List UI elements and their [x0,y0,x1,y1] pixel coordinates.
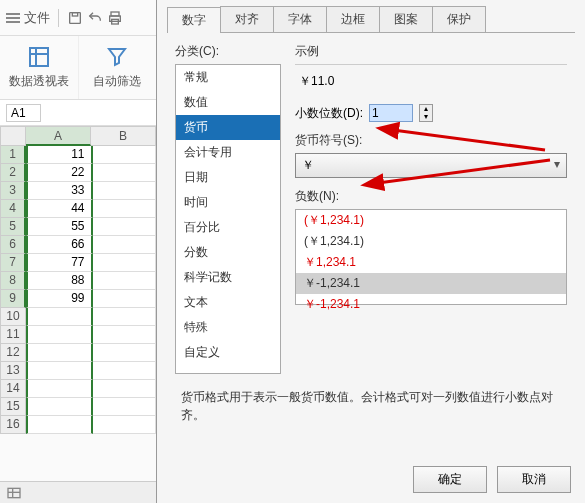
cell[interactable] [93,326,157,344]
category-item[interactable]: 百分比 [176,215,280,240]
dialog-tab[interactable]: 对齐 [220,6,274,32]
cell[interactable] [26,362,93,380]
symbol-select[interactable]: ￥ [295,153,567,178]
ok-button[interactable]: 确定 [413,466,487,493]
name-box[interactable]: A1 [6,104,41,122]
category-item[interactable]: 科学记数 [176,265,280,290]
row-header[interactable]: 9 [0,290,26,308]
category-item[interactable]: 会计专用 [176,140,280,165]
cell[interactable] [93,398,157,416]
cell[interactable] [93,200,157,218]
negative-item[interactable]: (￥1,234.1) [296,231,566,252]
svg-rect-1 [72,12,77,15]
cell[interactable] [93,272,157,290]
row-header[interactable]: 13 [0,362,26,380]
category-item[interactable]: 货币 [176,115,280,140]
cell[interactable] [93,362,157,380]
cell[interactable] [93,290,157,308]
negative-item[interactable]: ￥-1,234.1 [296,273,566,294]
cell[interactable] [93,308,157,326]
row-header[interactable]: 7 [0,254,26,272]
row-header[interactable]: 11 [0,326,26,344]
column-header-a[interactable]: A [26,126,91,146]
dialog-tab[interactable]: 边框 [326,6,380,32]
category-item[interactable]: 常规 [176,65,280,90]
cell[interactable] [93,254,157,272]
hamburger-icon[interactable] [6,13,20,23]
cell[interactable] [93,218,157,236]
file-menu[interactable]: 文件 [24,9,50,27]
cell[interactable]: 22 [26,164,93,182]
decimal-label: 小数位数(D): [295,105,363,122]
negative-item[interactable]: ￥-1,234.1 [296,294,566,315]
column-header-b[interactable]: B [91,126,156,146]
symbol-label: 货币符号(S): [295,132,567,149]
save-icon[interactable] [67,10,83,26]
row-header[interactable]: 3 [0,182,26,200]
category-item[interactable]: 分数 [176,240,280,265]
cell[interactable] [93,182,157,200]
cell[interactable] [26,398,93,416]
cell[interactable] [93,380,157,398]
cell[interactable]: 33 [26,182,93,200]
negative-item[interactable]: (￥1,234.1) [296,210,566,231]
category-item[interactable]: 日期 [176,165,280,190]
row-header[interactable]: 10 [0,308,26,326]
row-header[interactable]: 15 [0,398,26,416]
cell[interactable]: 66 [26,236,93,254]
dialog-tab[interactable]: 数字 [167,7,221,33]
cell[interactable] [93,416,157,434]
svg-rect-5 [30,48,48,66]
top-toolbar: 文件 [0,0,156,36]
row-header[interactable]: 12 [0,344,26,362]
category-item[interactable]: 数值 [176,90,280,115]
row-header[interactable]: 5 [0,218,26,236]
cell[interactable]: 99 [26,290,93,308]
negative-item[interactable]: ￥1,234.1 [296,252,566,273]
name-box-row: A1 [0,100,156,126]
category-item[interactable]: 时间 [176,190,280,215]
cell[interactable] [93,344,157,362]
cell[interactable]: 88 [26,272,93,290]
dialog-tab[interactable]: 保护 [432,6,486,32]
decimal-input[interactable] [369,104,413,122]
cancel-button[interactable]: 取消 [497,466,571,493]
cell[interactable] [26,416,93,434]
negative-list[interactable]: (￥1,234.1)(￥1,234.1)￥1,234.1￥-1,234.1￥-1… [295,209,567,305]
cell[interactable]: 55 [26,218,93,236]
cell[interactable] [26,326,93,344]
category-item[interactable]: 特殊 [176,315,280,340]
category-item[interactable]: 自定义 [176,340,280,365]
row-header[interactable]: 8 [0,272,26,290]
autofilter-button[interactable]: 自动筛选 [78,36,157,99]
row-header[interactable]: 6 [0,236,26,254]
cell[interactable]: 77 [26,254,93,272]
select-all-corner[interactable] [0,126,26,146]
row-header[interactable]: 14 [0,380,26,398]
row-header[interactable]: 2 [0,164,26,182]
row-header[interactable]: 4 [0,200,26,218]
row-header[interactable]: 16 [0,416,26,434]
cell[interactable] [93,146,157,164]
format-description: 货币格式用于表示一般货币数值。会计格式可对一列数值进行小数点对齐。 [181,388,571,424]
row-header[interactable]: 1 [0,146,26,164]
cell[interactable]: 11 [26,146,93,164]
print-icon[interactable] [107,10,123,26]
spreadsheet-grid: A B 111222333444555666777888999101112131… [0,126,156,434]
pivot-icon [27,45,51,69]
category-item[interactable]: 文本 [176,290,280,315]
decimal-spinner[interactable]: ▴▾ [419,104,433,122]
cell[interactable] [26,380,93,398]
funnel-icon [105,45,129,69]
pivot-table-button[interactable]: 数据透视表 [0,36,78,99]
cell[interactable] [26,308,93,326]
dialog-tab[interactable]: 图案 [379,6,433,32]
dialog-tab[interactable]: 字体 [273,6,327,32]
cell[interactable] [93,164,157,182]
spin-down-icon[interactable]: ▾ [420,113,432,121]
cell[interactable] [93,236,157,254]
cell[interactable] [26,344,93,362]
category-list[interactable]: 常规数值货币会计专用日期时间百分比分数科学记数文本特殊自定义 [175,64,281,374]
cell[interactable]: 44 [26,200,93,218]
undo-icon[interactable] [87,10,103,26]
